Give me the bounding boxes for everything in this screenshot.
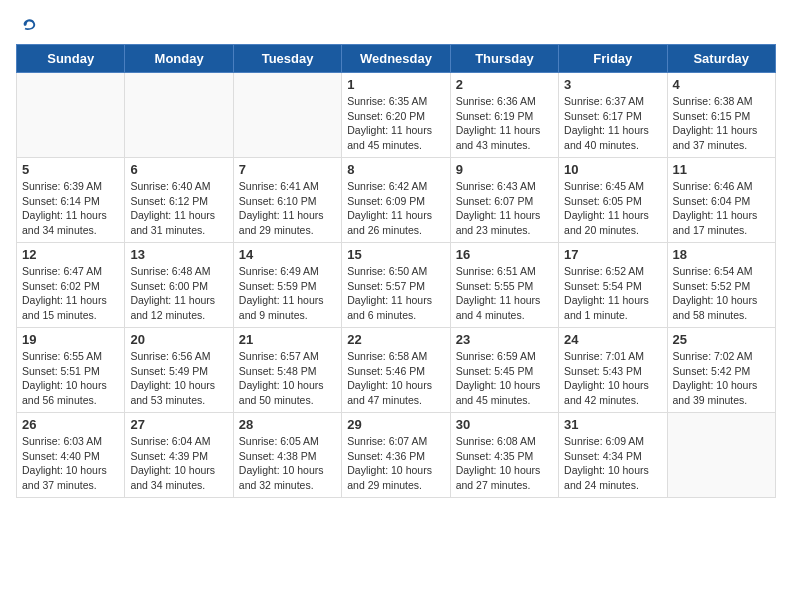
day-number: 14 xyxy=(239,247,336,262)
day-number: 25 xyxy=(673,332,770,347)
weekday-header-monday: Monday xyxy=(125,45,233,73)
day-number: 26 xyxy=(22,417,119,432)
calendar-cell xyxy=(125,73,233,158)
calendar-cell: 26Sunrise: 6:03 AM Sunset: 4:40 PM Dayli… xyxy=(17,413,125,498)
day-number: 11 xyxy=(673,162,770,177)
weekday-header-thursday: Thursday xyxy=(450,45,558,73)
calendar-cell: 28Sunrise: 6:05 AM Sunset: 4:38 PM Dayli… xyxy=(233,413,341,498)
calendar-cell: 11Sunrise: 6:46 AM Sunset: 6:04 PM Dayli… xyxy=(667,158,775,243)
page-header xyxy=(16,16,776,36)
day-number: 3 xyxy=(564,77,661,92)
calendar-cell: 8Sunrise: 6:42 AM Sunset: 6:09 PM Daylig… xyxy=(342,158,450,243)
cell-info: Sunrise: 6:39 AM Sunset: 6:14 PM Dayligh… xyxy=(22,179,119,238)
day-number: 17 xyxy=(564,247,661,262)
cell-info: Sunrise: 6:04 AM Sunset: 4:39 PM Dayligh… xyxy=(130,434,227,493)
cell-info: Sunrise: 6:59 AM Sunset: 5:45 PM Dayligh… xyxy=(456,349,553,408)
calendar-cell: 24Sunrise: 7:01 AM Sunset: 5:43 PM Dayli… xyxy=(559,328,667,413)
calendar-cell: 3Sunrise: 6:37 AM Sunset: 6:17 PM Daylig… xyxy=(559,73,667,158)
cell-info: Sunrise: 6:07 AM Sunset: 4:36 PM Dayligh… xyxy=(347,434,444,493)
day-number: 7 xyxy=(239,162,336,177)
weekday-header-wednesday: Wednesday xyxy=(342,45,450,73)
calendar-cell: 16Sunrise: 6:51 AM Sunset: 5:55 PM Dayli… xyxy=(450,243,558,328)
calendar-cell: 15Sunrise: 6:50 AM Sunset: 5:57 PM Dayli… xyxy=(342,243,450,328)
calendar-table: SundayMondayTuesdayWednesdayThursdayFrid… xyxy=(16,44,776,498)
cell-info: Sunrise: 6:45 AM Sunset: 6:05 PM Dayligh… xyxy=(564,179,661,238)
calendar-cell: 19Sunrise: 6:55 AM Sunset: 5:51 PM Dayli… xyxy=(17,328,125,413)
day-number: 29 xyxy=(347,417,444,432)
cell-info: Sunrise: 6:03 AM Sunset: 4:40 PM Dayligh… xyxy=(22,434,119,493)
calendar-cell: 22Sunrise: 6:58 AM Sunset: 5:46 PM Dayli… xyxy=(342,328,450,413)
cell-info: Sunrise: 6:51 AM Sunset: 5:55 PM Dayligh… xyxy=(456,264,553,323)
cell-info: Sunrise: 6:57 AM Sunset: 5:48 PM Dayligh… xyxy=(239,349,336,408)
day-number: 6 xyxy=(130,162,227,177)
weekday-header-tuesday: Tuesday xyxy=(233,45,341,73)
calendar-cell xyxy=(17,73,125,158)
calendar-cell: 5Sunrise: 6:39 AM Sunset: 6:14 PM Daylig… xyxy=(17,158,125,243)
calendar-cell: 17Sunrise: 6:52 AM Sunset: 5:54 PM Dayli… xyxy=(559,243,667,328)
calendar-cell: 12Sunrise: 6:47 AM Sunset: 6:02 PM Dayli… xyxy=(17,243,125,328)
weekday-header-saturday: Saturday xyxy=(667,45,775,73)
cell-info: Sunrise: 6:42 AM Sunset: 6:09 PM Dayligh… xyxy=(347,179,444,238)
cell-info: Sunrise: 6:35 AM Sunset: 6:20 PM Dayligh… xyxy=(347,94,444,153)
logo xyxy=(16,16,38,36)
cell-info: Sunrise: 6:08 AM Sunset: 4:35 PM Dayligh… xyxy=(456,434,553,493)
cell-info: Sunrise: 6:52 AM Sunset: 5:54 PM Dayligh… xyxy=(564,264,661,323)
day-number: 19 xyxy=(22,332,119,347)
cell-info: Sunrise: 6:56 AM Sunset: 5:49 PM Dayligh… xyxy=(130,349,227,408)
cell-info: Sunrise: 6:47 AM Sunset: 6:02 PM Dayligh… xyxy=(22,264,119,323)
day-number: 21 xyxy=(239,332,336,347)
week-row-5: 26Sunrise: 6:03 AM Sunset: 4:40 PM Dayli… xyxy=(17,413,776,498)
calendar-cell: 29Sunrise: 6:07 AM Sunset: 4:36 PM Dayli… xyxy=(342,413,450,498)
calendar-cell: 2Sunrise: 6:36 AM Sunset: 6:19 PM Daylig… xyxy=(450,73,558,158)
day-number: 20 xyxy=(130,332,227,347)
day-number: 8 xyxy=(347,162,444,177)
day-number: 1 xyxy=(347,77,444,92)
day-number: 24 xyxy=(564,332,661,347)
day-number: 28 xyxy=(239,417,336,432)
cell-info: Sunrise: 6:54 AM Sunset: 5:52 PM Dayligh… xyxy=(673,264,770,323)
calendar-cell xyxy=(667,413,775,498)
day-number: 9 xyxy=(456,162,553,177)
cell-info: Sunrise: 7:02 AM Sunset: 5:42 PM Dayligh… xyxy=(673,349,770,408)
cell-info: Sunrise: 6:50 AM Sunset: 5:57 PM Dayligh… xyxy=(347,264,444,323)
day-number: 15 xyxy=(347,247,444,262)
calendar-cell: 14Sunrise: 6:49 AM Sunset: 5:59 PM Dayli… xyxy=(233,243,341,328)
cell-info: Sunrise: 6:37 AM Sunset: 6:17 PM Dayligh… xyxy=(564,94,661,153)
calendar-cell: 27Sunrise: 6:04 AM Sunset: 4:39 PM Dayli… xyxy=(125,413,233,498)
cell-info: Sunrise: 6:49 AM Sunset: 5:59 PM Dayligh… xyxy=(239,264,336,323)
cell-info: Sunrise: 6:48 AM Sunset: 6:00 PM Dayligh… xyxy=(130,264,227,323)
day-number: 5 xyxy=(22,162,119,177)
calendar-cell xyxy=(233,73,341,158)
week-row-4: 19Sunrise: 6:55 AM Sunset: 5:51 PM Dayli… xyxy=(17,328,776,413)
cell-info: Sunrise: 6:36 AM Sunset: 6:19 PM Dayligh… xyxy=(456,94,553,153)
day-number: 23 xyxy=(456,332,553,347)
weekday-header-row: SundayMondayTuesdayWednesdayThursdayFrid… xyxy=(17,45,776,73)
cell-info: Sunrise: 6:40 AM Sunset: 6:12 PM Dayligh… xyxy=(130,179,227,238)
day-number: 22 xyxy=(347,332,444,347)
weekday-header-friday: Friday xyxy=(559,45,667,73)
cell-info: Sunrise: 7:01 AM Sunset: 5:43 PM Dayligh… xyxy=(564,349,661,408)
cell-info: Sunrise: 6:58 AM Sunset: 5:46 PM Dayligh… xyxy=(347,349,444,408)
week-row-3: 12Sunrise: 6:47 AM Sunset: 6:02 PM Dayli… xyxy=(17,243,776,328)
calendar-cell: 13Sunrise: 6:48 AM Sunset: 6:00 PM Dayli… xyxy=(125,243,233,328)
day-number: 12 xyxy=(22,247,119,262)
weekday-header-sunday: Sunday xyxy=(17,45,125,73)
day-number: 4 xyxy=(673,77,770,92)
cell-info: Sunrise: 6:43 AM Sunset: 6:07 PM Dayligh… xyxy=(456,179,553,238)
calendar-cell: 7Sunrise: 6:41 AM Sunset: 6:10 PM Daylig… xyxy=(233,158,341,243)
cell-info: Sunrise: 6:41 AM Sunset: 6:10 PM Dayligh… xyxy=(239,179,336,238)
cell-info: Sunrise: 6:55 AM Sunset: 5:51 PM Dayligh… xyxy=(22,349,119,408)
cell-info: Sunrise: 6:09 AM Sunset: 4:34 PM Dayligh… xyxy=(564,434,661,493)
calendar-cell: 4Sunrise: 6:38 AM Sunset: 6:15 PM Daylig… xyxy=(667,73,775,158)
day-number: 18 xyxy=(673,247,770,262)
day-number: 27 xyxy=(130,417,227,432)
day-number: 31 xyxy=(564,417,661,432)
calendar-cell: 30Sunrise: 6:08 AM Sunset: 4:35 PM Dayli… xyxy=(450,413,558,498)
cell-info: Sunrise: 6:46 AM Sunset: 6:04 PM Dayligh… xyxy=(673,179,770,238)
calendar-cell: 6Sunrise: 6:40 AM Sunset: 6:12 PM Daylig… xyxy=(125,158,233,243)
calendar-cell: 21Sunrise: 6:57 AM Sunset: 5:48 PM Dayli… xyxy=(233,328,341,413)
day-number: 30 xyxy=(456,417,553,432)
week-row-1: 1Sunrise: 6:35 AM Sunset: 6:20 PM Daylig… xyxy=(17,73,776,158)
calendar-cell: 25Sunrise: 7:02 AM Sunset: 5:42 PM Dayli… xyxy=(667,328,775,413)
day-number: 13 xyxy=(130,247,227,262)
